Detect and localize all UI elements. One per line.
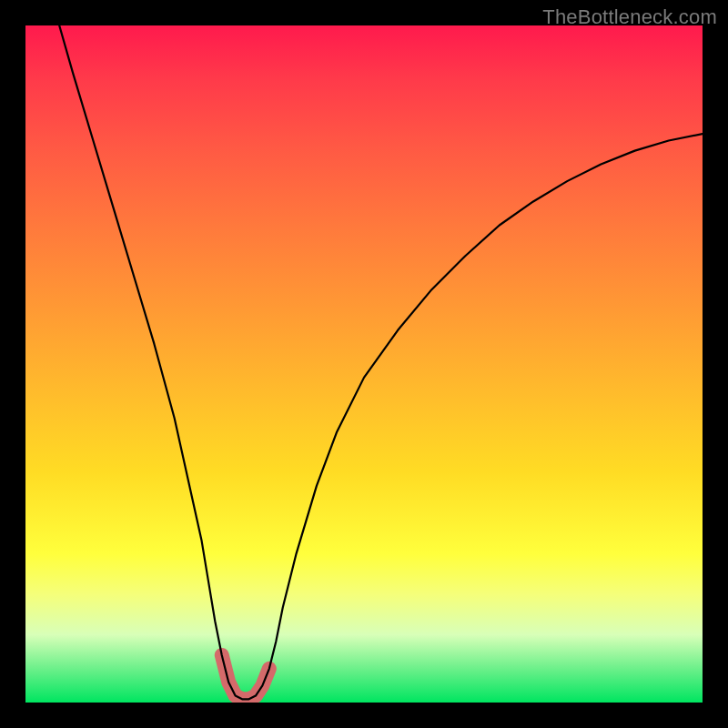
chart-frame: TheBottleneck.com (0, 0, 728, 728)
main-curve (59, 25, 703, 699)
highlight-path (222, 655, 269, 699)
attribution-watermark: TheBottleneck.com (542, 5, 717, 29)
plot-area (25, 25, 703, 703)
curve-layer (25, 25, 703, 703)
